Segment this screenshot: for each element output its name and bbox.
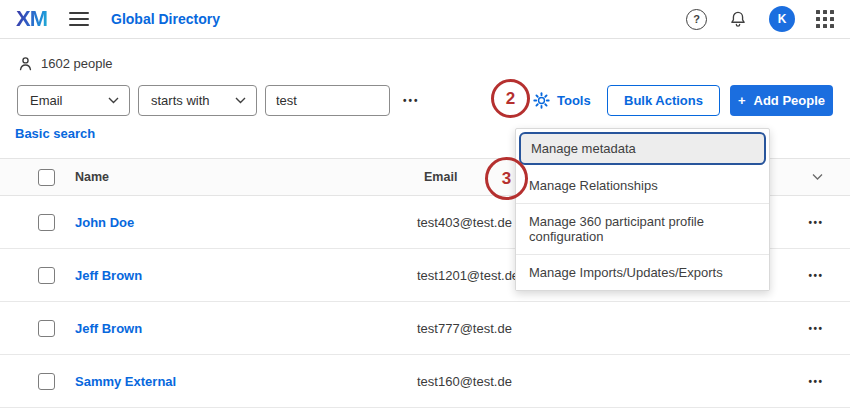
email-column-header: Email (424, 170, 457, 184)
name-column-header: Name (75, 170, 109, 184)
tools-label: Tools (557, 93, 591, 108)
people-count: 1602 people (41, 56, 113, 71)
field-select[interactable]: Email (17, 85, 130, 116)
topbar-actions: ? K (686, 6, 834, 32)
row-checkbox[interactable] (38, 320, 55, 337)
help-icon[interactable]: ? (686, 9, 707, 30)
search-input[interactable] (265, 85, 390, 116)
row-actions-icon[interactable]: ••• (802, 376, 830, 387)
menu-item-manage-360-profile-configuration[interactable]: Manage 360 participant profile configura… (516, 203, 769, 254)
avatar[interactable]: K (769, 6, 795, 32)
xm-logo: XM (16, 6, 47, 32)
table-row: Sammy External test160@test.de ••• (0, 355, 850, 408)
row-actions-icon[interactable]: ••• (802, 323, 830, 334)
person-name-link[interactable]: Sammy External (75, 374, 176, 389)
people-count-row: 1602 people (17, 54, 850, 72)
filter-toolbar: Email starts with ••• (0, 85, 850, 116)
row-checkbox[interactable] (38, 373, 55, 390)
column-options-chevron-icon[interactable] (812, 174, 823, 181)
more-options-icon[interactable]: ••• (403, 95, 420, 106)
person-email: test403@test.de (417, 215, 512, 230)
menu-item-manage-imports-updates-exports[interactable]: Manage Imports/Updates/Exports (516, 254, 769, 290)
annotation-step-3: 3 (485, 157, 528, 200)
top-bar: XM Global Directory ? K (0, 0, 850, 39)
person-icon (17, 55, 34, 72)
field-select-value: Email (30, 93, 63, 108)
tools-menu: Manage metadata Manage Relationships Man… (515, 128, 770, 291)
hamburger-menu-icon[interactable] (69, 12, 89, 26)
person-name-link[interactable]: Jeff Brown (75, 268, 142, 283)
bulk-actions-button[interactable]: Bulk Actions (607, 85, 720, 116)
person-name-link[interactable]: John Doe (75, 215, 134, 230)
select-all-checkbox[interactable] (38, 169, 55, 186)
tools-button[interactable]: Tools (533, 85, 591, 116)
plus-icon: + (738, 93, 746, 108)
operator-select-value: starts with (151, 93, 210, 108)
table-row: Jeff Brown test777@test.de ••• (0, 302, 850, 355)
page-title: Global Directory (111, 11, 220, 27)
basic-search-link[interactable]: Basic search (15, 126, 95, 141)
app-switcher-icon[interactable] (816, 10, 834, 28)
chevron-down-icon (108, 97, 119, 104)
annotation-step-2: 2 (491, 79, 530, 118)
global-directory-page: XM Global Directory ? K 1602 people (0, 0, 850, 419)
operator-select[interactable]: starts with (138, 85, 257, 116)
bell-icon[interactable] (728, 9, 748, 29)
add-people-button[interactable]: + Add People (730, 85, 833, 116)
chevron-down-icon (235, 97, 246, 104)
menu-item-manage-relationships[interactable]: Manage Relationships (516, 168, 769, 203)
row-actions-icon[interactable]: ••• (802, 217, 830, 228)
row-actions-icon[interactable]: ••• (802, 270, 830, 281)
row-checkbox[interactable] (38, 267, 55, 284)
person-name-link[interactable]: Jeff Brown (75, 321, 142, 336)
row-checkbox[interactable] (38, 214, 55, 231)
person-email: test160@test.de (417, 374, 512, 389)
person-email: test1201@test.de (417, 268, 519, 283)
gear-icon (533, 92, 550, 109)
person-email: test777@test.de (417, 321, 512, 336)
menu-item-manage-metadata[interactable]: Manage metadata (519, 132, 766, 165)
add-people-label: Add People (754, 93, 826, 108)
